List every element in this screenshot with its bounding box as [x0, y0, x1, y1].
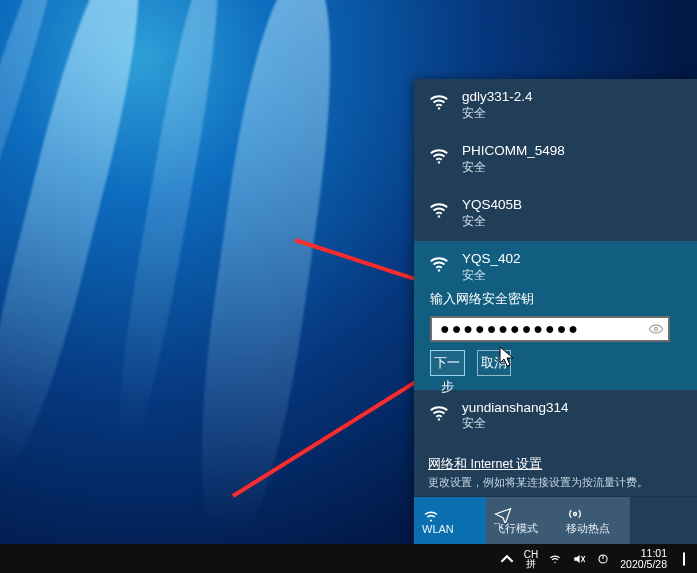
quick-tiles: WLAN 飞行模式 移动热点 [414, 496, 697, 544]
taskbar-clock[interactable]: 11:01 2020/5/28 [620, 548, 669, 570]
network-item[interactable]: gdly331-2.4 安全 [414, 79, 697, 133]
tile-hotspot[interactable]: 移动热点 [558, 497, 630, 544]
network-ssid: gdly331-2.4 [462, 89, 533, 106]
network-ssid: PHICOMM_5498 [462, 143, 565, 160]
svg-point-3 [438, 269, 440, 271]
svg-point-8 [574, 513, 577, 516]
network-item[interactable]: PHICOMM_5498 安全 [414, 133, 697, 187]
tray-chevron-up-icon[interactable] [500, 552, 514, 566]
reveal-password-icon[interactable] [648, 321, 664, 337]
wifi-icon [428, 145, 450, 167]
wifi-icon [428, 402, 450, 424]
network-flyout: gdly331-2.4 安全 PHICOMM_5498 安全 YQS405B 安… [414, 79, 697, 544]
tray-wifi-icon[interactable] [548, 552, 562, 566]
network-settings-subtext: 更改设置，例如将某连接设置为按流量计费。 [414, 475, 697, 496]
network-ssid: YQS_402 [462, 251, 521, 268]
svg-point-2 [438, 215, 440, 217]
network-ssid: YQS405B [462, 197, 522, 214]
tile-wlan[interactable]: WLAN [414, 497, 486, 544]
svg-point-7 [430, 519, 432, 521]
tile-label: WLAN [422, 523, 454, 535]
password-label: 输入网络安全密钥 [430, 291, 534, 308]
tray-volume-icon[interactable] [572, 552, 586, 566]
network-settings-link[interactable]: 网络和 Internet 设置 [414, 448, 697, 475]
network-item-active[interactable]: YQS_402 安全 输入网络安全密钥 下一步 取消 [414, 241, 697, 390]
network-status: 安全 [462, 214, 522, 229]
taskbar: CH 拼 11:01 2020/5/28 [0, 544, 697, 573]
wifi-icon [428, 91, 450, 113]
svg-point-5 [438, 418, 440, 420]
wifi-icon [422, 507, 440, 521]
svg-point-0 [438, 107, 440, 109]
next-button[interactable]: 下一步 [430, 350, 465, 376]
tray-power-icon[interactable] [596, 552, 610, 566]
tile-label: 移动热点 [566, 521, 610, 536]
tile-label: 飞行模式 [494, 521, 538, 536]
svg-point-4 [654, 327, 657, 330]
network-status: 安全 [462, 160, 565, 175]
network-ssid: yundianshang314 [462, 400, 569, 417]
svg-point-9 [555, 561, 556, 562]
network-status: 安全 [462, 416, 569, 431]
wifi-icon [428, 199, 450, 221]
tile-airplane[interactable]: 飞行模式 [486, 497, 558, 544]
ime-indicator[interactable]: CH 拼 [524, 550, 538, 568]
network-list: gdly331-2.4 安全 PHICOMM_5498 安全 YQS405B 安… [414, 79, 697, 448]
network-status: 安全 [462, 268, 521, 283]
network-item[interactable]: YQS405B 安全 [414, 187, 697, 241]
system-tray: CH 拼 11:01 2020/5/28 [500, 548, 697, 570]
action-center-icon[interactable] [679, 553, 691, 565]
network-status: 安全 [462, 106, 533, 121]
password-input[interactable] [430, 316, 670, 342]
wifi-icon [428, 253, 450, 275]
network-item[interactable]: yundianshang314 安全 [414, 390, 697, 444]
airplane-icon [494, 505, 512, 519]
svg-point-1 [438, 161, 440, 163]
mouse-cursor [499, 346, 515, 368]
hotspot-icon [566, 505, 584, 519]
